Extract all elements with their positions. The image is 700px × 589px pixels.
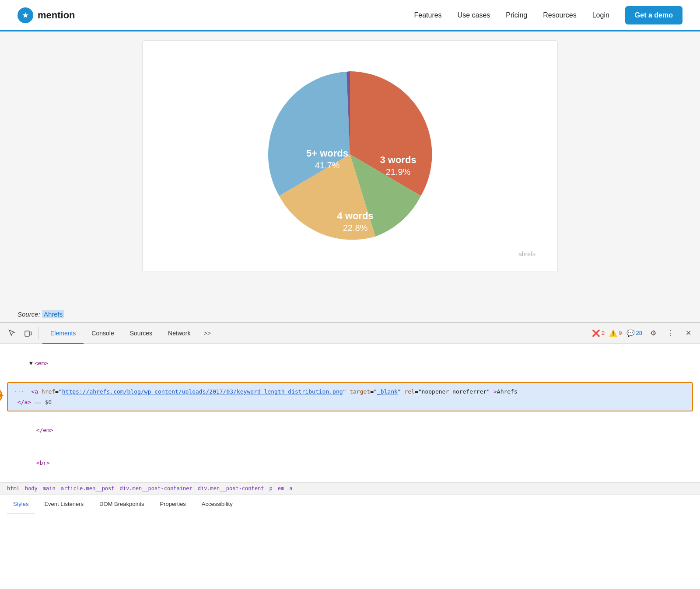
svg-rect-7	[30, 332, 32, 335]
dom-line-dots: ···	[14, 388, 24, 395]
bottom-tab-properties[interactable]: Properties	[154, 495, 192, 514]
bottom-tab-styles[interactable]: Styles	[7, 495, 35, 514]
breadcrumb-post-content[interactable]: div.men__post-content	[198, 485, 264, 491]
nav-login[interactable]: Login	[592, 11, 609, 19]
message-icon: 💬	[626, 329, 635, 337]
nav-use-cases[interactable]: Use cases	[458, 11, 490, 19]
tab-sources[interactable]: Sources	[122, 323, 160, 344]
devtools-dom-content: ▼<em> ··· <a href="https://ahrefs.com/bl…	[0, 344, 700, 482]
message-count: 💬 28	[626, 329, 642, 337]
logo-star-icon: ★	[18, 7, 33, 23]
warning-count: ⚠️ 9	[609, 329, 622, 337]
dom-link-text: Ahrefs	[497, 388, 518, 395]
source-link[interactable]: Ahrefs	[42, 310, 64, 318]
error-count: ❌ 2	[592, 329, 605, 337]
dom-rel-value: noopener noreferrer	[422, 388, 487, 395]
nav-features[interactable]: Features	[414, 11, 441, 19]
devtools-toolbar: Elements Console Sources Network >> ❌ 2 …	[0, 323, 700, 344]
breadcrumb-body[interactable]: body	[25, 485, 38, 491]
pie-chart: 5+ words 41.7% 3 words 21.9% 4 words 22.…	[258, 63, 442, 246]
brand-name: mention	[38, 10, 75, 21]
source-line: Source: Ahrefs	[0, 303, 700, 322]
devtools-tabs: Elements Console Sources Network >>	[42, 323, 216, 344]
devtools-status: ❌ 2 ⚠️ 9 💬 28 ⚙ ⋮ ✕	[592, 327, 695, 340]
chart-attribution: ahrefs	[160, 251, 540, 258]
dom-href-value: https://ahrefs.com/blog/wp-content/uploa…	[62, 388, 343, 395]
devtools-settings-button[interactable]: ⚙	[647, 327, 660, 340]
tab-more-button[interactable]: >>	[198, 323, 216, 344]
toolbar-separator	[38, 327, 39, 339]
dom-line-selected[interactable]: ··· <a href="https://ahrefs.com/blog/wp-…	[7, 382, 693, 411]
tab-elements[interactable]: Elements	[42, 323, 84, 344]
svg-text:21.9%: 21.9%	[386, 167, 411, 177]
devtools-close-button[interactable]: ✕	[682, 327, 695, 340]
breadcrumb-article[interactable]: article.men__post	[61, 485, 115, 491]
error-icon: ❌	[592, 329, 600, 337]
dom-eq-ref: == $0	[35, 399, 52, 405]
breadcrumb-html[interactable]: html	[7, 485, 20, 491]
breadcrumb-p[interactable]: p	[269, 485, 272, 491]
chart-card: 5+ words 41.7% 3 words 21.9% 4 words 22.…	[142, 40, 558, 272]
dom-line-em-open: ▼<em>	[0, 347, 700, 380]
devtools-panel: Elements Console Sources Network >> ❌ 2 …	[0, 322, 700, 513]
bottom-tab-accessibility[interactable]: Accessibility	[196, 495, 239, 514]
svg-text:22.8%: 22.8%	[343, 223, 368, 233]
breadcrumb-em[interactable]: em	[278, 485, 284, 491]
nav-resources[interactable]: Resources	[543, 11, 576, 19]
bottom-tab-dom-breakpoints[interactable]: DOM Breakpoints	[93, 495, 150, 514]
source-label: Source:	[18, 310, 40, 318]
logo[interactable]: ★ mention	[18, 7, 75, 23]
navbar: ★ mention Features Use cases Pricing Res…	[0, 0, 700, 31]
svg-text:41.7%: 41.7%	[315, 160, 340, 170]
nav-links: Features Use cases Pricing Resources Log…	[414, 11, 609, 19]
devtools-more-options-button[interactable]: ⋮	[664, 327, 677, 340]
dom-line-br: <br>	[0, 446, 700, 479]
breadcrumb-a[interactable]: a	[289, 485, 292, 491]
warning-icon: ⚠️	[609, 329, 617, 337]
bottom-tab-event-listeners[interactable]: Event Listeners	[38, 495, 90, 514]
breadcrumb-post-container[interactable]: div.men__post-container	[120, 485, 192, 491]
svg-text:5+ words: 5+ words	[306, 148, 348, 159]
nav-pricing[interactable]: Pricing	[506, 11, 527, 19]
tab-console[interactable]: Console	[84, 323, 122, 344]
devtools-breadcrumb: html body main article.men__post div.men…	[0, 482, 700, 494]
get-demo-button[interactable]: Get a demo	[625, 6, 682, 24]
collapse-arrow-icon[interactable]: ▼	[29, 358, 33, 368]
svg-rect-6	[25, 331, 29, 336]
device-toolbar-button[interactable]	[21, 326, 35, 340]
devtools-bottom-tabs: Styles Event Listeners DOM Breakpoints P…	[0, 494, 700, 513]
dom-line-em-close: </em>	[0, 414, 700, 446]
svg-text:3 words: 3 words	[380, 154, 416, 165]
dom-target-value: _blank	[377, 388, 398, 395]
tab-network[interactable]: Network	[160, 323, 198, 344]
page-content: 5+ words 41.7% 3 words 21.9% 4 words 22.…	[0, 31, 700, 303]
breadcrumb-main[interactable]: main	[43, 485, 56, 491]
inspect-element-button[interactable]	[5, 326, 19, 340]
svg-text:4 words: 4 words	[337, 210, 373, 221]
